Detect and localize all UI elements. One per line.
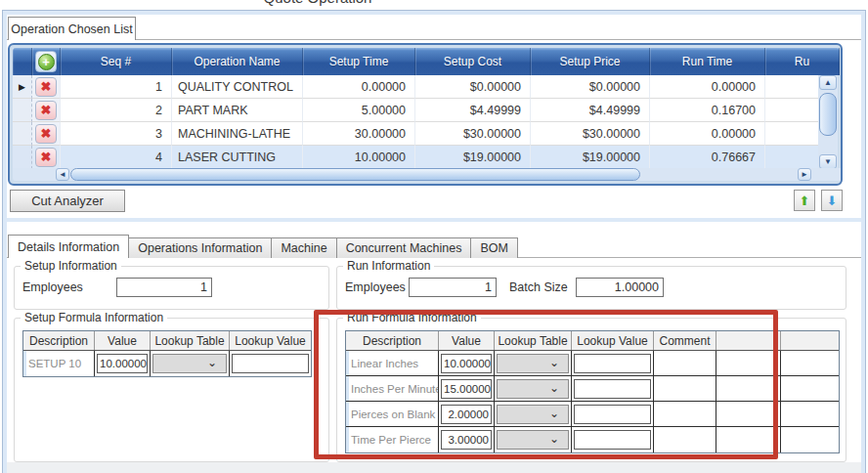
column-header-6[interactable]: Run Time — [650, 48, 765, 75]
grid-row[interactable]: ✖3MACHINING-LATHE30.00000$30.00000$30.00… — [13, 122, 820, 146]
formula-cell: ⌄ — [495, 351, 572, 375]
formula-value-input[interactable]: 3.00000 — [441, 430, 492, 450]
scroll-left-icon: ◄ — [59, 170, 66, 179]
formula-value-input[interactable]: 15.00000 — [441, 379, 492, 399]
add-icon: + — [38, 54, 55, 70]
tab-operations-information[interactable]: Operations Information — [128, 237, 272, 258]
formula-column-header: Description — [346, 331, 439, 350]
formula-cell: 3.00000 — [439, 427, 495, 452]
scroll-up-button[interactable]: ▲ — [819, 75, 837, 90]
lookup-value-input[interactable] — [574, 405, 651, 424]
tab-bom[interactable]: BOM — [470, 237, 517, 258]
formula-cell — [572, 376, 654, 401]
scroll-down-button[interactable]: ▼ — [819, 154, 837, 169]
formula-cell — [654, 351, 716, 375]
formula-column-header: Lookup Table — [495, 331, 572, 350]
formula-header-row: DescriptionValueLookup TableLookup Value… — [346, 331, 839, 351]
formula-value-input[interactable]: 2.00000 — [441, 405, 492, 424]
lookup-value-input[interactable] — [574, 379, 651, 399]
formula-column-header: Value — [95, 331, 151, 350]
batch-size-label: Batch Size — [509, 280, 568, 294]
window-title: Quote Operation — [225, 0, 411, 9]
cell-setup-price: $0.00000 — [531, 75, 650, 99]
tab-concurrent-machines[interactable]: Concurrent Machines — [336, 237, 472, 258]
cell-setup-cost: $30.00000 — [415, 122, 531, 146]
column-header-3[interactable]: Setup Time — [303, 48, 415, 75]
lookup-table-dropdown[interactable]: ⌄ — [497, 405, 569, 424]
row-indicator — [13, 122, 32, 146]
cell-empty — [765, 146, 820, 169]
column-header-2[interactable]: Operation Name — [172, 48, 303, 75]
scroll-right-button[interactable]: ► — [798, 168, 811, 181]
top-section-bottom-border — [7, 218, 861, 222]
delete-row-button[interactable]: ✖ — [35, 148, 57, 167]
lookup-table-dropdown[interactable]: ⌄ — [152, 354, 227, 373]
tab-details-information[interactable]: Details Information — [8, 235, 129, 258]
formula-cell — [654, 376, 716, 401]
horizontal-scrollbar[interactable]: ◄ ► — [13, 168, 842, 181]
column-header-7[interactable]: Ru — [765, 48, 840, 75]
horizontal-scrollbar-thumb[interactable] — [70, 168, 640, 181]
delete-icon: ✖ — [41, 127, 52, 140]
grid-row[interactable]: ✖4LASER CUTTING10.00000$19.00000$19.0000… — [13, 146, 820, 169]
cell-empty — [765, 99, 820, 122]
delete-row-button[interactable]: ✖ — [35, 77, 57, 97]
grid-header-row: + Seq #Operation NameSetup TimeSetup Cos… — [13, 48, 840, 75]
formula-cell — [230, 351, 311, 376]
lookup-value-input[interactable] — [232, 354, 309, 373]
formula-cell — [572, 351, 654, 375]
grid-row[interactable]: ▶✖1QUALITY CONTROL0.00000$0.00000$0.0000… — [13, 75, 820, 99]
run-employees-input[interactable]: 1 — [409, 278, 497, 297]
delete-row-button[interactable]: ✖ — [35, 124, 57, 144]
tab-operation-chosen-list[interactable]: Operation Chosen List — [8, 17, 136, 40]
scroll-left-button[interactable]: ◄ — [56, 168, 69, 181]
vertical-scrollbar-thumb[interactable] — [819, 93, 837, 136]
formula-cell — [716, 402, 781, 426]
formula-cell — [781, 351, 839, 375]
formula-cell — [781, 376, 839, 401]
lookup-value-input[interactable] — [574, 354, 651, 373]
run-formula-group: Run Formula Information DescriptionValue… — [336, 318, 846, 462]
batch-size-input[interactable]: 1.00000 — [576, 278, 664, 297]
cell-setup-cost: $0.00000 — [415, 75, 531, 99]
run-information-title: Run Information — [343, 259, 434, 273]
move-row-up-button[interactable]: ⬆ — [794, 190, 815, 211]
formula-row: Inches Per Minute15.00000⌄ — [346, 376, 839, 402]
run-employees-label: Employees — [345, 280, 406, 294]
lookup-table-dropdown[interactable]: ⌄ — [497, 379, 569, 399]
cell-name: QUALITY CONTROL — [172, 75, 303, 99]
grid-body: ▶✖1QUALITY CONTROL0.00000$0.00000$0.0000… — [13, 75, 820, 169]
formula-column-header: Lookup Table — [151, 331, 230, 350]
scroll-down-icon: ▼ — [824, 157, 832, 166]
cell-setup-time: 10.00000 — [303, 146, 415, 169]
delete-cell: ✖ — [32, 146, 61, 169]
grid-row[interactable]: ✖2PART MARK5.00000$4.49999$4.499990.1670… — [13, 99, 820, 122]
run-formula-table: DescriptionValueLookup TableLookup Value… — [345, 330, 840, 453]
cut-analyzer-button[interactable]: Cut Analyzer — [10, 190, 125, 212]
lookup-table-dropdown[interactable]: ⌄ — [497, 354, 569, 373]
setup-information-group: Setup Information Employees 1 — [14, 266, 329, 310]
chevron-down-icon: ⌄ — [549, 381, 559, 395]
delete-icon: ✖ — [41, 80, 52, 93]
column-header-1[interactable]: Seq # — [61, 48, 172, 75]
lookup-value-input[interactable] — [574, 430, 651, 450]
delete-row-button[interactable]: ✖ — [35, 101, 57, 120]
add-row-header-cell: + — [32, 48, 61, 75]
formula-cell — [572, 402, 654, 426]
cell-seq: 2 — [61, 99, 172, 122]
current-row-indicator: ▶ — [13, 75, 32, 99]
formula-cell: 2.00000 — [439, 402, 495, 426]
tab-machine[interactable]: Machine — [271, 237, 336, 258]
formula-value-input[interactable]: 10.00000 — [441, 354, 492, 373]
lookup-table-dropdown[interactable]: ⌄ — [497, 430, 569, 450]
add-row-button[interactable]: + — [35, 51, 57, 72]
column-header-4[interactable]: Setup Cost — [415, 48, 531, 75]
column-header-5[interactable]: Setup Price — [531, 48, 650, 75]
window-bottom-strip — [7, 462, 861, 473]
move-row-down-button[interactable]: ⬇ — [821, 190, 843, 211]
setup-employees-input[interactable]: 1 — [116, 278, 212, 297]
delete-icon: ✖ — [41, 150, 52, 163]
formula-value-input[interactable]: 10.00000 — [97, 354, 148, 373]
vertical-scrollbar[interactable]: ▲ ▼ — [818, 75, 838, 169]
chevron-down-icon: ⌄ — [549, 407, 559, 420]
